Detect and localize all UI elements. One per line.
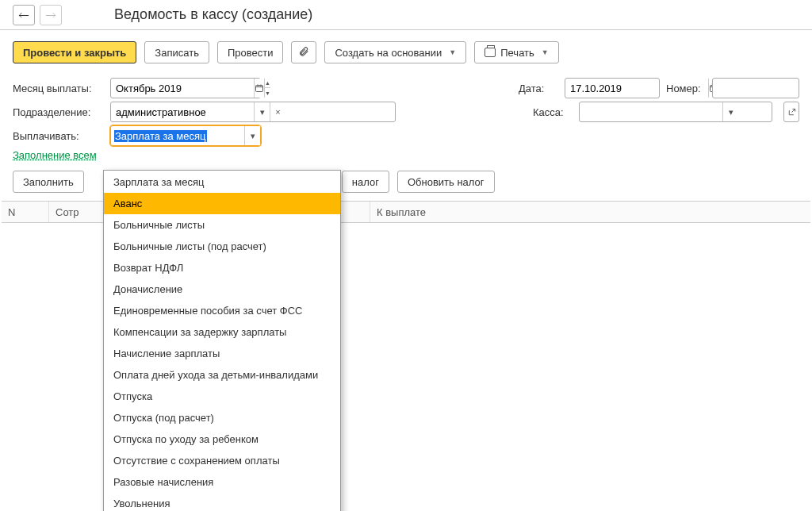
toolbar: Провести и закрыть Записать Провести Соз… — [0, 30, 812, 71]
date-label: Дата: — [519, 83, 558, 94]
dropdown-item[interactable]: Отпуска (под расчет) — [104, 407, 340, 428]
date-input[interactable] — [565, 78, 660, 98]
calendar-icon[interactable] — [254, 79, 264, 98]
tax-button[interactable]: налог — [342, 171, 389, 193]
nav-back-button[interactable]: 🡐 — [13, 5, 35, 25]
dropdown-item[interactable]: Возврат НДФЛ — [104, 257, 340, 279]
page: 🡐 🡒 Ведомость в кассу (создание) Провест… — [0, 0, 812, 511]
pay-label: Выплачивать: — [13, 130, 104, 142]
chevron-down-icon: ▼ — [449, 48, 456, 56]
dropdown-item[interactable]: Больничные листы (под расчет) — [104, 236, 340, 257]
cash-field[interactable] — [580, 102, 722, 121]
paperclip-icon — [298, 46, 309, 60]
row-month-date: Месяц выплаты: ▲ ▼ Дата: — [13, 78, 799, 98]
dropdown-item[interactable]: Аванс — [104, 193, 340, 214]
chevron-down-icon[interactable]: ▾ — [254, 102, 270, 121]
dropdown-item[interactable]: Начисление зарплаты — [104, 343, 340, 364]
dept-label: Подразделение: — [13, 106, 104, 118]
post-button[interactable]: Провести — [217, 41, 284, 63]
open-cash-button[interactable] — [783, 102, 799, 122]
save-button[interactable]: Записать — [144, 41, 209, 63]
printer-icon — [485, 48, 496, 57]
clear-icon[interactable]: × — [270, 102, 285, 121]
update-tax-button[interactable]: Обновить налог — [397, 171, 495, 193]
create-based-on-button[interactable]: Создать на основании ▼ — [324, 41, 466, 63]
post-and-close-button[interactable]: Провести и закрыть — [13, 41, 136, 63]
pay-value-selected: Зарплата за месяц — [114, 130, 207, 142]
print-button[interactable]: Печать ▼ — [474, 41, 559, 63]
month-label: Месяц выплаты: — [13, 83, 104, 94]
page-title: Ведомость в кассу (создание) — [114, 6, 312, 23]
dropdown-item[interactable]: Увольнения — [104, 493, 340, 511]
month-field[interactable] — [111, 79, 254, 98]
nav-forward-button[interactable]: 🡒 — [40, 5, 62, 25]
row-pay: Выплачивать: Зарплата за месяц ▾ — [13, 125, 799, 146]
fill-button[interactable]: Заполнить — [13, 171, 84, 193]
top-nav: 🡐 🡒 Ведомость в кассу (создание) — [0, 0, 812, 30]
dropdown-item[interactable]: Единовременные пособия за счет ФСС — [104, 300, 340, 321]
number-label: Номер: — [666, 83, 706, 94]
month-stepper[interactable]: ▲ ▼ — [264, 79, 270, 98]
dropdown-item[interactable]: Оплата дней ухода за детьми-инвалидами — [104, 364, 340, 386]
pay-input[interactable]: Зарплата за месяц ▾ — [110, 125, 261, 146]
cash-input[interactable]: ▾ — [579, 102, 772, 122]
dropdown-item[interactable]: Отсутствие с сохранением оплаты — [104, 450, 340, 471]
col-to-pay[interactable]: К выплате — [370, 202, 810, 222]
chevron-down-icon: ▼ — [542, 48, 549, 56]
chevron-down-icon[interactable]: ▾ — [244, 126, 260, 145]
dropdown-item[interactable]: Отпуска — [104, 386, 340, 407]
dept-field[interactable] — [111, 102, 254, 121]
stepper-up-icon[interactable]: ▲ — [264, 79, 270, 88]
number-input[interactable] — [712, 78, 799, 98]
cash-label: Касса: — [533, 106, 573, 118]
form: Месяц выплаты: ▲ ▼ Дата: — [0, 71, 812, 161]
fill-all-link[interactable]: Заполнение всем — [13, 149, 97, 161]
svg-rect-0 — [256, 86, 263, 92]
dept-input[interactable]: ▾ × — [110, 102, 396, 122]
create-based-on-label: Создать на основании — [335, 47, 442, 59]
dropdown-item[interactable]: Зарплата за месяц — [104, 171, 340, 193]
dropdown-item[interactable]: Разовые начисления — [104, 471, 340, 493]
month-input[interactable]: ▲ ▼ — [110, 78, 261, 98]
stepper-down-icon[interactable]: ▼ — [264, 88, 270, 98]
dropdown-item[interactable]: Больничные листы — [104, 214, 340, 236]
row-link: Заполнение всем — [13, 149, 799, 161]
dropdown-item[interactable]: Компенсации за задержку зарплаты — [104, 321, 340, 343]
dropdown-item[interactable]: Доначисление — [104, 279, 340, 300]
number-field[interactable] — [713, 79, 812, 98]
attach-button[interactable] — [291, 41, 316, 63]
pay-dropdown[interactable]: Зарплата за месяцАвансБольничные листыБо… — [103, 170, 341, 511]
row-dept-cash: Подразделение: ▾ × Касса: ▾ — [13, 102, 799, 122]
dropdown-item[interactable]: Отпуска по уходу за ребенком — [104, 428, 340, 450]
print-label: Печать — [500, 47, 534, 59]
chevron-down-icon[interactable]: ▾ — [722, 102, 738, 121]
col-n[interactable]: N — [2, 202, 49, 222]
